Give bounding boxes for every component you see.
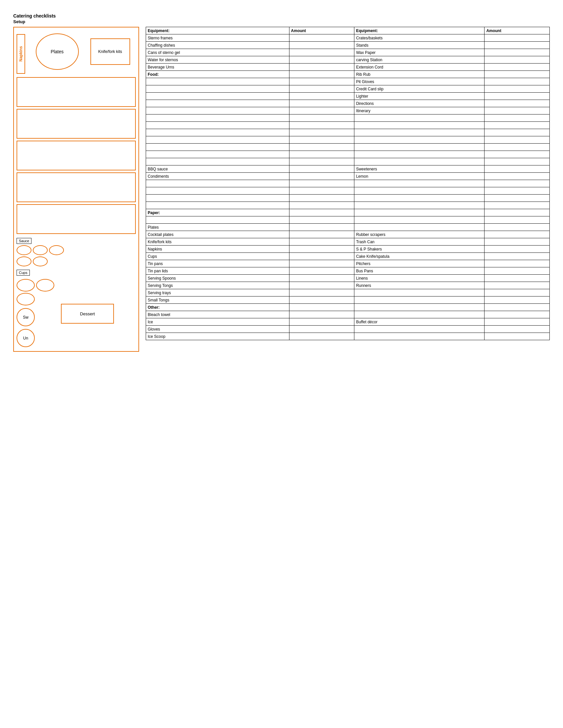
cell-c4-22 xyxy=(485,195,550,202)
cell-c2-16 xyxy=(289,151,354,158)
cell-c3-23 xyxy=(354,202,485,209)
table-row: Tin pansPitchers xyxy=(146,260,550,267)
cell-c4-33 xyxy=(485,275,550,282)
table-row: Pit Gloves xyxy=(146,78,550,85)
cell-c1-30: Cups xyxy=(146,253,290,260)
cell-c3-11 xyxy=(354,114,485,122)
table-row: BBQ sauceSweeteners xyxy=(146,165,550,173)
table-row: Serving SpoonsLinens xyxy=(146,275,550,282)
cell-c3-26 xyxy=(354,224,485,231)
cell-c4-12 xyxy=(485,122,550,129)
cell-c2-14 xyxy=(289,136,354,144)
cell-c3-36 xyxy=(354,296,485,304)
cell-c4-9 xyxy=(485,100,550,107)
cell-c1-7 xyxy=(146,85,290,93)
table-row: Bleach towel xyxy=(146,311,550,318)
cell-c3-7: Credit Card slip xyxy=(354,85,485,93)
table-row xyxy=(146,129,550,136)
cell-c3-39: Buffet décor xyxy=(354,318,485,326)
cell-c1-29: Napkins xyxy=(146,246,290,253)
cell-c4-3 xyxy=(485,56,550,64)
cell-c2-20 xyxy=(289,180,354,187)
cell-c1-26: Plates xyxy=(146,224,290,231)
table-row xyxy=(146,187,550,195)
col2-header: Amount xyxy=(289,27,354,34)
cell-c4-1 xyxy=(485,42,550,49)
cell-c3-13 xyxy=(354,129,485,136)
table-row: Food:Rib Rub xyxy=(146,71,550,78)
bottom-left: Sw Un xyxy=(17,279,54,348)
cell-c3-37 xyxy=(354,304,485,311)
food-rect-1 xyxy=(17,77,136,107)
cell-c2-26 xyxy=(289,224,354,231)
cell-c3-18: Sweeteners xyxy=(354,165,485,173)
cell-c4-23 xyxy=(485,202,550,209)
table-row: Small Tongs xyxy=(146,296,550,304)
table-row xyxy=(146,195,550,202)
cell-c2-6 xyxy=(289,78,354,85)
cell-c4-6 xyxy=(485,78,550,85)
cell-c2-7 xyxy=(289,85,354,93)
cell-c3-8: Lighter xyxy=(354,93,485,100)
cell-c3-1: Stands xyxy=(354,42,485,49)
table-row xyxy=(146,136,550,144)
cell-c1-14 xyxy=(146,136,290,144)
cell-c3-2: Wax Paper xyxy=(354,49,485,56)
cell-c1-17 xyxy=(146,158,290,165)
cell-c4-17 xyxy=(485,158,550,165)
food-rect-4 xyxy=(17,172,136,202)
table-row xyxy=(146,158,550,165)
cell-c2-19 xyxy=(289,173,354,180)
sauce-oval-1 xyxy=(17,245,31,255)
cell-c3-38 xyxy=(354,311,485,318)
cell-c3-4: Extension Cord xyxy=(354,64,485,71)
cell-c2-31 xyxy=(289,260,354,267)
cell-c4-5 xyxy=(485,71,550,78)
cell-c1-18: BBQ sauce xyxy=(146,165,290,173)
cell-c4-2 xyxy=(485,49,550,56)
cell-c1-28: Knife/fork kits xyxy=(146,238,290,246)
table-row: CondimentsLemon xyxy=(146,173,550,180)
cell-c1-32: Tin pan lids xyxy=(146,267,290,275)
table-row xyxy=(146,114,550,122)
cell-c3-10: Itinerary xyxy=(354,107,485,114)
cell-c4-19 xyxy=(485,173,550,180)
cell-c4-20 xyxy=(485,180,550,187)
cell-c1-22 xyxy=(146,195,290,202)
cell-c4-13 xyxy=(485,129,550,136)
table-row: Other: xyxy=(146,304,550,311)
page-container: Catering checklists Setup Napkins Plates… xyxy=(13,13,550,352)
cell-c1-0: Sterno frames xyxy=(146,34,290,42)
cell-c1-41: Ice Scoop xyxy=(146,333,290,340)
cell-c2-17 xyxy=(289,158,354,165)
cell-c2-36 xyxy=(289,296,354,304)
cell-c2-24 xyxy=(289,209,354,216)
cell-c1-27: Cocktail plates xyxy=(146,231,290,238)
cell-c4-38 xyxy=(485,311,550,318)
cell-c4-4 xyxy=(485,64,550,71)
cup-oval-3 xyxy=(17,293,35,305)
cell-c3-16 xyxy=(354,151,485,158)
cell-c2-37 xyxy=(289,304,354,311)
cell-c2-18 xyxy=(289,165,354,173)
cell-c2-35 xyxy=(289,289,354,296)
cell-c2-1 xyxy=(289,42,354,49)
plates-oval: Plates xyxy=(36,33,79,70)
cell-c1-37: Other: xyxy=(146,304,290,311)
cell-c3-33: Linens xyxy=(354,275,485,282)
setup-section: Napkins Plates Knife/fork kits Sauce xyxy=(13,27,139,352)
cell-c1-36: Small Tongs xyxy=(146,296,290,304)
cell-c1-16 xyxy=(146,151,290,158)
cup-oval-1 xyxy=(17,279,35,292)
cell-c2-32 xyxy=(289,267,354,275)
cell-c1-12 xyxy=(146,122,290,129)
col1-header: Equipment: xyxy=(146,27,290,34)
cell-c3-34: Runners xyxy=(354,282,485,289)
cell-c3-5: Rib Rub xyxy=(354,71,485,78)
cell-c4-15 xyxy=(485,144,550,151)
food-rect-2 xyxy=(17,109,136,139)
un-circle: Un xyxy=(17,329,35,347)
cell-c1-13 xyxy=(146,129,290,136)
sauce-oval-5 xyxy=(33,256,48,266)
cell-c1-19: Condiments xyxy=(146,173,290,180)
